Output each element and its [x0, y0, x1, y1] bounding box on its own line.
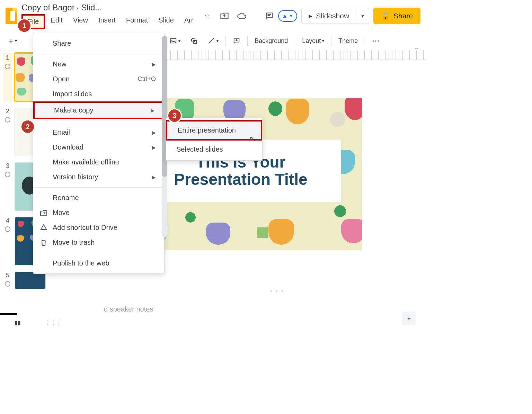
grid-view-icon[interactable]: ▮▮ [15, 320, 21, 326]
scroll-indicator [0, 313, 17, 315]
file-email[interactable]: Email▶ [33, 125, 164, 140]
file-menu-dropdown: Share New▶ OpenCtrl+O Import slides Make… [33, 33, 165, 274]
open-shortcut: Ctrl+O [138, 75, 156, 83]
file-move-label: Move [53, 209, 70, 217]
file-rename[interactable]: Rename [33, 190, 164, 205]
slide-number: 1 [3, 54, 12, 62]
resize-grip-icon[interactable]: • • • [270, 288, 284, 294]
shape-button[interactable] [187, 36, 201, 46]
menu-slide[interactable]: Slide [153, 14, 178, 29]
line-button[interactable]: ▾ [205, 36, 221, 46]
comment-add-button[interactable] [230, 36, 243, 46]
file-rename-label: Rename [53, 194, 79, 202]
make-copy-submenu: Entire presentation Selected slides [166, 118, 263, 161]
new-slide-button[interactable]: + ▾ [6, 34, 20, 48]
slide-number: 2 [3, 108, 12, 115]
file-open-label: Open [53, 75, 70, 83]
document-title[interactable]: Copy of Bagot · Slid... [21, 3, 198, 13]
file-add-shortcut[interactable]: Add shortcut to Drive [33, 220, 164, 235]
menu-view[interactable]: View [68, 14, 93, 29]
file-import-slides[interactable]: Import slides [33, 87, 164, 101]
move-icon [39, 209, 48, 217]
submenu-entire-label: Entire presentation [178, 126, 236, 134]
slide-number: 4 [3, 217, 12, 224]
file-share[interactable]: Share [33, 36, 164, 51]
file-download[interactable]: Download▶ [33, 140, 164, 155]
submenu-selected-slides[interactable]: Selected slides [166, 141, 262, 158]
menu-insert[interactable]: Insert [94, 14, 121, 29]
submenu-arrow-icon: ▶ [152, 62, 156, 67]
slides-logo-icon[interactable] [6, 8, 17, 24]
move-to-drive-icon[interactable] [220, 11, 229, 21]
chevron-down-icon: ▼ [289, 14, 293, 18]
lock-icon: 🔒 [381, 12, 390, 20]
slideshow-dropdown[interactable]: ▼ [356, 9, 369, 22]
file-publish-label: Publish to the web [53, 259, 109, 267]
menu-edit[interactable]: Edit [46, 14, 67, 29]
menu-arrange[interactable]: Arr [179, 14, 198, 29]
layout-button[interactable]: Layout▾ [299, 36, 327, 46]
drive-shortcut-icon [39, 224, 48, 232]
comments-icon[interactable] [265, 10, 274, 22]
header: Copy of Bagot · Slid... File Edit View I… [0, 0, 426, 32]
file-version-history[interactable]: Version history▶ [33, 170, 164, 184]
cursor-icon: ↖ [249, 134, 256, 143]
submenu-entire-presentation[interactable]: Entire presentation [166, 120, 262, 141]
play-icon: ▸ [309, 12, 312, 20]
share-button[interactable]: 🔒 Share [373, 8, 420, 24]
submenu-arrow-icon: ▶ [152, 145, 156, 150]
submenu-arrow-icon: ▶ [151, 108, 154, 113]
link-icon [5, 226, 10, 232]
star-icon[interactable]: ☆ [202, 11, 212, 21]
file-make-copy-label: Make a copy [54, 106, 93, 114]
file-version-label: Version history [53, 173, 98, 181]
file-trash-label: Move to trash [53, 238, 95, 246]
file-share-label: Share [53, 39, 71, 47]
file-move[interactable]: Move [33, 205, 164, 220]
link-icon [5, 172, 10, 177]
chevron-down-icon: ▼ [361, 14, 365, 19]
slideshow-label: Slideshow [316, 12, 349, 20]
file-download-label: Download [53, 143, 83, 151]
submenu-selected-label: Selected slides [176, 145, 223, 153]
link-icon [5, 117, 10, 123]
menu-format[interactable]: Format [121, 14, 153, 29]
app-window: Copy of Bagot · Slid... File Edit View I… [0, 0, 426, 332]
file-email-label: Email [53, 128, 70, 136]
more-options-button[interactable]: ⋯ [369, 35, 383, 47]
file-publish-to-web[interactable]: Publish to the web [33, 256, 164, 271]
speaker-notes-placeholder[interactable]: d speaker notes [104, 305, 153, 313]
slide-thumb-5[interactable] [15, 272, 46, 289]
link-icon [5, 281, 10, 287]
menubar: File Edit View Insert Format Slide Arr [21, 14, 198, 29]
submenu-arrow-icon: ▶ [152, 130, 156, 135]
image-button[interactable]: ▾ [167, 36, 183, 46]
submenu-arrow-icon: ▶ [152, 174, 156, 180]
trash-icon [39, 238, 48, 247]
file-new[interactable]: New▶ [33, 57, 164, 72]
file-open[interactable]: OpenCtrl+O [33, 72, 164, 87]
file-import-label: Import slides [53, 90, 92, 98]
explore-button[interactable]: ✦ [402, 312, 416, 325]
layout-label: Layout [302, 37, 321, 45]
filmstrip-view-icon[interactable]: ⋮⋮⋮ [45, 320, 62, 326]
slide-number: 5 [3, 272, 12, 279]
present-up-icon: ▲ [282, 13, 288, 19]
annotation-badge-2: 2 [21, 120, 34, 133]
file-make-a-copy[interactable]: Make a copy▶ [33, 101, 164, 119]
background-button[interactable]: Background [252, 36, 291, 46]
link-icon [5, 64, 10, 69]
annotation-badge-3: 3 [168, 109, 181, 122]
slideshow-button-group: ▸ Slideshow ▼ [301, 8, 369, 24]
file-make-available-offline[interactable]: Make available offline [33, 155, 164, 170]
file-new-label: New [53, 60, 66, 68]
slideshow-button[interactable]: ▸ Slideshow [302, 8, 356, 24]
annotation-badge-1: 1 [18, 19, 30, 32]
share-label: Share [393, 12, 413, 20]
file-shortcut-label: Add shortcut to Drive [53, 224, 117, 232]
cloud-status-icon[interactable] [237, 11, 247, 21]
file-move-to-trash[interactable]: Move to trash [33, 235, 164, 250]
present-dropdown-button[interactable]: ▲ ▼ [278, 10, 298, 22]
theme-button[interactable]: Theme [336, 36, 361, 46]
file-offline-label: Make available offline [53, 158, 119, 166]
